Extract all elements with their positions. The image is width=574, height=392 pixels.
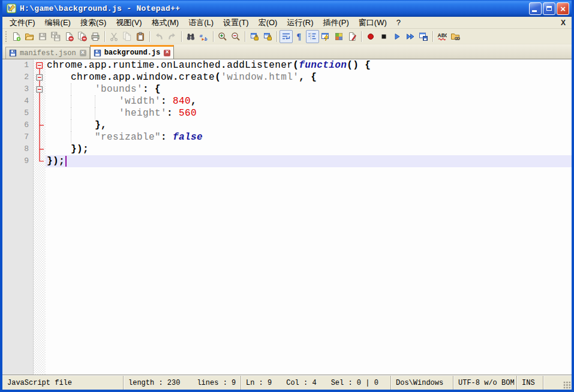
macro-stop-button[interactable] xyxy=(377,30,390,43)
new-file-button[interactable] xyxy=(10,30,23,43)
code-area[interactable]: 1chrome.app.runtime.onLaunched.addListen… xyxy=(2,59,572,375)
sync-horizontal-button[interactable] xyxy=(261,30,274,43)
tab-close-button[interactable] xyxy=(80,50,86,56)
undo-button[interactable] xyxy=(152,30,166,43)
text-caret xyxy=(65,156,67,167)
cut-icon xyxy=(109,32,119,41)
code-line-text[interactable]: "resizable": false xyxy=(46,131,572,143)
maximize-button[interactable] xyxy=(543,2,555,15)
zoom-in-button[interactable] xyxy=(216,30,229,43)
resize-grip[interactable] xyxy=(563,381,571,389)
new-file-icon xyxy=(11,32,21,41)
sync-vertical-button[interactable] xyxy=(248,30,261,43)
menu-file[interactable]: 文件(F) xyxy=(5,17,40,29)
tab-manifest-json[interactable]: manifest.json xyxy=(5,47,90,59)
menu-search[interactable]: 搜索(S) xyxy=(76,17,111,29)
menu-language[interactable]: 语言(L) xyxy=(184,17,218,29)
status-encoding[interactable]: UTF-8 w/o BOM xyxy=(453,376,517,390)
fold-marker[interactable] xyxy=(34,107,46,119)
show-indent-guide-icon xyxy=(308,32,317,41)
code-line[interactable]: 7 "resizable": false xyxy=(2,131,572,143)
macro-record-button[interactable] xyxy=(364,30,377,43)
fold-marker[interactable] xyxy=(34,95,46,107)
open-file-icon xyxy=(25,32,34,41)
code-line[interactable]: 3 'bounds': { xyxy=(2,83,572,95)
menu-run[interactable]: 运行(R) xyxy=(282,17,318,29)
toolbar-grip[interactable] xyxy=(5,31,7,43)
code-line[interactable]: 4 'width': 840, xyxy=(2,95,572,107)
code-line[interactable]: 2 chrome.app.window.create('window.html'… xyxy=(2,71,572,83)
fold-marker[interactable] xyxy=(34,143,46,155)
fold-marker[interactable] xyxy=(34,131,46,143)
document-map-button[interactable] xyxy=(332,30,345,43)
title-bar[interactable]: H:\game\background.js - Notepad++ xyxy=(2,0,572,17)
status-bar: JavaScript file length : 230 lines : 9 L… xyxy=(2,375,572,390)
print-button[interactable] xyxy=(89,30,102,43)
code-line-text[interactable]: }, xyxy=(46,119,572,131)
replace-button[interactable]: ab xyxy=(197,30,211,43)
save-all-button[interactable] xyxy=(49,30,62,43)
fold-marker[interactable] xyxy=(34,59,46,71)
cut-button[interactable] xyxy=(107,30,121,43)
tab-close-button[interactable] xyxy=(164,50,170,56)
open-file-button[interactable] xyxy=(23,30,36,43)
toolbar-separator xyxy=(277,31,277,42)
status-eol-format[interactable]: Dos\Windows xyxy=(391,376,453,390)
code-line-text[interactable]: }); xyxy=(46,143,572,155)
menu-edit[interactable]: 编辑(E) xyxy=(40,17,76,29)
menu-settings[interactable]: 设置(T) xyxy=(218,17,254,29)
close-file-button[interactable] xyxy=(62,30,76,43)
notepad-plus-plus-icon xyxy=(6,3,17,14)
code-line[interactable]: 5 'height': 560 xyxy=(2,107,572,119)
status-insert-mode[interactable]: INS xyxy=(517,376,543,390)
show-indent-guide-button[interactable] xyxy=(306,30,319,43)
tab-background-js[interactable]: background.js xyxy=(90,45,175,59)
menu-format[interactable]: 格式(M) xyxy=(147,17,184,29)
code-line-text[interactable]: 'bounds': { xyxy=(46,83,572,95)
close-all-button[interactable] xyxy=(76,30,89,43)
code-line-text[interactable]: chrome.app.runtime.onLaunched.addListene… xyxy=(46,59,572,71)
menu-view[interactable]: 视图(V) xyxy=(111,17,146,29)
code-line-text[interactable]: 'width': 840, xyxy=(46,95,572,107)
code-line[interactable]: 8 }); xyxy=(2,143,572,155)
code-line-text[interactable]: }); xyxy=(46,155,572,167)
code-line-text[interactable]: 'height': 560 xyxy=(46,107,572,119)
user-defined-dialog-button[interactable] xyxy=(319,30,332,43)
notepad-plus-plus-window: H:\game\background.js - Notepad++ 文件(F)编… xyxy=(0,0,574,392)
macro-run-multiple-icon xyxy=(405,32,415,41)
save-file-button[interactable] xyxy=(36,30,49,43)
paste-button[interactable] xyxy=(134,30,147,43)
word-wrap-button[interactable] xyxy=(280,30,293,43)
menu-plugins[interactable]: 插件(P) xyxy=(318,17,353,29)
function-list-button[interactable] xyxy=(345,30,359,43)
code-line[interactable]: 1chrome.app.runtime.onLaunched.addListen… xyxy=(2,59,572,71)
menu-window[interactable]: 窗口(W) xyxy=(354,17,392,29)
code-line[interactable]: 6 }, xyxy=(2,119,572,131)
close-window-button[interactable] xyxy=(557,2,569,15)
macro-run-multiple-button[interactable] xyxy=(404,30,417,43)
toolbar-separator xyxy=(149,31,150,42)
show-all-characters-button[interactable]: ¶ xyxy=(293,30,306,43)
find-button[interactable] xyxy=(184,30,197,43)
fold-marker[interactable] xyxy=(34,119,46,131)
menu-macro[interactable]: 宏(O) xyxy=(254,17,283,29)
status-cursor-position: Ln : 9 Col : 4 Sel : 0 | 0 xyxy=(241,376,391,390)
editor-frame: 1chrome.app.runtime.onLaunched.addListen… xyxy=(2,59,572,375)
undo-icon xyxy=(154,32,164,41)
fold-marker[interactable] xyxy=(34,71,46,83)
zoom-out-button[interactable] xyxy=(229,30,242,43)
macro-play-button[interactable] xyxy=(390,30,404,43)
redo-button[interactable] xyxy=(166,30,179,43)
fold-marker[interactable] xyxy=(34,83,46,95)
open-containing-folder-button[interactable] xyxy=(449,30,462,43)
copy-button[interactable] xyxy=(121,30,134,43)
fold-marker[interactable] xyxy=(34,155,46,167)
menu-help[interactable]: ? xyxy=(392,17,405,28)
macro-save-button[interactable] xyxy=(417,30,430,43)
minimize-button[interactable] xyxy=(529,2,542,15)
code-line-text[interactable]: chrome.app.window.create('window.html', … xyxy=(46,71,572,83)
menubar-close-document-button[interactable]: X xyxy=(555,19,572,27)
editor-text-area[interactable]: 1chrome.app.runtime.onLaunched.addListen… xyxy=(2,59,572,375)
spell-check-button[interactable]: ABC xyxy=(435,30,449,43)
code-line[interactable]: 9}); xyxy=(2,155,572,167)
